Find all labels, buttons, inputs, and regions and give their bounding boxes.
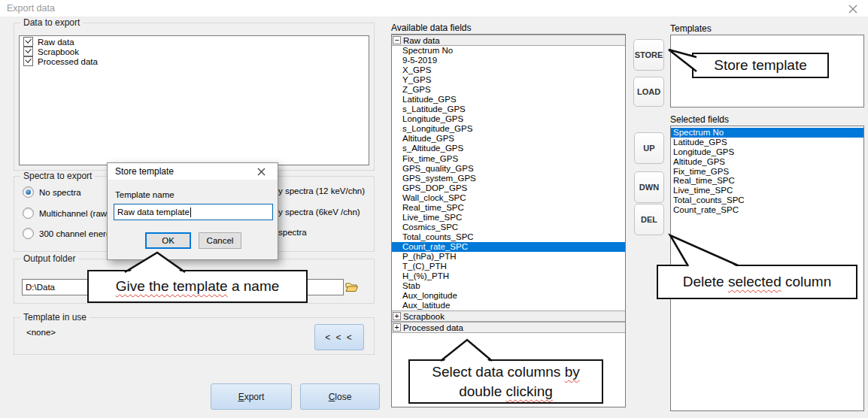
store-template-dialog: Store template Template name Raw data te… — [107, 162, 278, 260]
checkbox-checked-icon — [23, 47, 33, 56]
window-title: Export data — [7, 3, 55, 14]
list-item[interactable]: Live_time_SPC — [392, 213, 625, 223]
template-in-use-value: <none> — [26, 328, 56, 337]
callout-delete-column: Delete selected column — [657, 265, 857, 299]
tree-group-label: Scrapbook — [403, 312, 445, 321]
browse-folder-button[interactable] — [343, 279, 360, 295]
dialog-titlebar: Store template — [108, 163, 278, 180]
list-item[interactable]: 9-5-2019 — [392, 56, 625, 65]
move-up-button[interactable]: UP — [634, 132, 664, 164]
ok-button[interactable]: OK — [145, 232, 191, 249]
template-name-input[interactable]: Raw data template — [114, 204, 273, 220]
tree-group-scrapbook[interactable]: + Scrapbook — [392, 310, 625, 322]
radio-label: 300 channel energy — [39, 229, 115, 238]
list-item[interactable]: Altitude_GPS — [392, 134, 625, 144]
checkbox-label: Raw data — [38, 38, 74, 47]
list-item[interactable]: Count_rate_SPC — [671, 205, 863, 215]
template-in-use-label: Template in use — [20, 312, 90, 323]
radio-300-channel[interactable]: 300 channel energy — [23, 228, 115, 239]
template-name-label: Template name — [115, 190, 175, 199]
checkbox-raw-data[interactable]: Raw data — [23, 37, 74, 47]
list-item[interactable]: GPS_quality_GPS — [392, 164, 625, 174]
move-down-button[interactable]: DWN — [634, 171, 664, 203]
tree-group-processed-data[interactable]: + Processed data — [392, 322, 625, 333]
window-titlebar: Export data — [0, 0, 868, 17]
list-item[interactable]: Aux_latitude — [392, 301, 625, 310]
list-item[interactable]: Z_GPS — [392, 85, 625, 95]
tree-group-label: Processed data — [403, 323, 463, 332]
list-item[interactable]: P_(hPa)_PTH — [392, 252, 625, 262]
list-item[interactable]: T_(C)_PTH — [392, 262, 625, 271]
list-item[interactable]: Altitude_GPS — [671, 157, 863, 167]
list-item[interactable]: Cosmics_SPC — [392, 223, 625, 232]
selected-fields-label: Selected fields — [670, 114, 729, 125]
list-item[interactable]: Longitude_GPS — [392, 114, 625, 124]
radio-selected-icon — [23, 186, 34, 198]
list-item[interactable]: Spectrum No — [671, 128, 863, 138]
list-item[interactable]: Aux_longitude — [392, 291, 625, 301]
checkbox-label: Scrapbook — [38, 47, 79, 56]
clipped-option-text: y spectra (12 keV/chn) — [278, 186, 365, 195]
callout-store-template: Store template — [692, 53, 829, 78]
tree-group-raw-data[interactable]: − Raw data — [392, 35, 625, 46]
list-item[interactable]: s_Altitude_GPS — [392, 144, 625, 153]
close-button[interactable]: Close — [300, 383, 380, 410]
list-item[interactable]: Count_rate_SPC — [392, 242, 625, 252]
checkbox-scrapbook[interactable]: Scrapbook — [23, 47, 79, 56]
dialog-close-icon[interactable] — [256, 167, 266, 177]
list-item[interactable]: X_GPS — [392, 65, 625, 75]
cancel-button[interactable]: Cancel — [199, 232, 241, 249]
list-item[interactable]: Stab — [392, 281, 625, 291]
templates-label: Templates — [670, 23, 712, 34]
text-caret — [190, 207, 191, 217]
export-data-window: Export data Data to export Raw data Scra… — [0, 0, 868, 418]
checkbox-checked-icon — [23, 56, 33, 66]
collapse-icon[interactable]: − — [393, 36, 401, 44]
list-item[interactable]: s_Longitude_GPS — [392, 124, 625, 134]
delete-field-button[interactable]: DEL — [634, 204, 664, 235]
list-item[interactable]: Fix_time_GPS — [392, 154, 625, 164]
list-item[interactable]: GPS_system_GPS — [392, 174, 625, 183]
store-template-button[interactable]: STORE — [633, 39, 664, 71]
callout-select-columns: Select data columns by double clicking — [408, 359, 603, 404]
list-item[interactable]: Latitude_GPS — [392, 95, 625, 104]
list-item[interactable]: Fix_time_GPS — [671, 167, 863, 177]
callout-give-name: Give the template a name — [87, 270, 308, 303]
radio-icon — [23, 228, 34, 239]
tree-group-label: Raw data — [403, 36, 440, 45]
list-item[interactable]: Spectrum No — [392, 46, 625, 56]
selected-field-items: Spectrum NoLatitude_GPSLongitude_GPSAlti… — [671, 126, 863, 215]
clipped-option-text: y spectra (6keV /chn) — [278, 207, 360, 217]
list-item[interactable]: Total_counts_SPC — [392, 232, 625, 242]
expand-icon[interactable]: + — [393, 323, 401, 332]
list-item[interactable]: H_(%)_PTH — [392, 271, 625, 281]
list-item[interactable]: Wall_clock_SPC — [392, 193, 625, 203]
list-item[interactable]: GPS_DOP_GPS — [392, 183, 625, 193]
list-item[interactable]: Latitude_GPS — [671, 138, 863, 147]
list-item[interactable]: Real_time_SPC — [671, 176, 863, 186]
data-to-export-label: Data to export — [20, 17, 83, 28]
list-item[interactable]: Real_time_SPC — [392, 203, 625, 213]
available-fields-label: Available data fields — [391, 23, 472, 33]
spectra-to-export-label: Spectra to export — [20, 171, 95, 181]
tree-items: Spectrum No9-5-2019X_GPSY_GPSZ_GPSLatitu… — [392, 46, 625, 310]
radio-no-spectra[interactable]: No spectra — [23, 186, 81, 198]
list-item[interactable]: Total_counts_SPC — [671, 195, 863, 205]
list-item[interactable]: Longitude_GPS — [671, 147, 863, 157]
list-item[interactable]: Y_GPS — [392, 75, 625, 85]
export-button[interactable]: Export — [211, 383, 292, 410]
output-folder-path: D:\Data — [26, 283, 55, 292]
checkbox-checked-icon — [23, 37, 33, 47]
list-item[interactable]: s_Latitude_GPS — [392, 104, 625, 114]
output-folder-label: Output folder — [20, 253, 78, 264]
window-close-icon[interactable] — [848, 4, 858, 14]
load-template-button[interactable]: LOAD — [633, 77, 664, 107]
apply-template-button-label: < < < — [325, 332, 354, 343]
list-item[interactable]: Live_time_SPC — [671, 186, 863, 195]
apply-template-button[interactable]: < < < — [314, 324, 364, 350]
expand-icon[interactable]: + — [393, 312, 401, 320]
checkbox-processed-data[interactable]: Processed data — [23, 56, 98, 66]
available-fields-list[interactable]: − Raw data Spectrum No9-5-2019X_GPSY_GPS… — [391, 34, 626, 407]
folder-icon — [345, 282, 358, 292]
checkbox-label: Processed data — [38, 57, 98, 66]
